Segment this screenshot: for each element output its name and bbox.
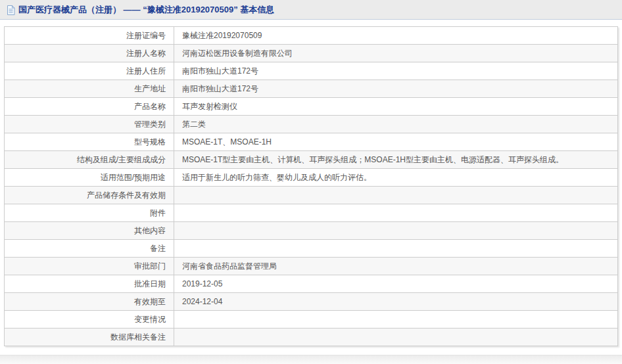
field-label: 注册证编号	[5, 27, 174, 45]
field-label: 变更情况	[5, 311, 174, 329]
field-label: 注册人住所	[5, 62, 174, 80]
field-value: 2024-12-04	[174, 293, 618, 311]
field-value: 河南迈松医用设备制造有限公司	[174, 45, 618, 62]
table-row: 数据库相关备注	[5, 329, 618, 346]
field-label: 产品储存条件及有效期	[5, 187, 174, 204]
field-value: 南阳市独山大道172号	[174, 80, 618, 98]
table-row: 审批部门 河南省食品药品监督管理局	[5, 258, 618, 275]
field-label: 生产地址	[5, 80, 174, 98]
field-value: 豫械注准20192070509	[174, 27, 618, 45]
field-label: 结构及组成/主要组成成分	[5, 151, 174, 169]
field-value: 耳声发射检测仪	[174, 98, 618, 116]
table-row: 其他内容	[5, 222, 618, 240]
field-label: 附件	[5, 204, 174, 222]
table-row: 产品储存条件及有效期	[5, 187, 618, 204]
table-row: 附件	[5, 204, 618, 222]
registration-info-table: 注册证编号 豫械注准20192070509 注册人名称 河南迈松医用设备制造有限…	[4, 26, 618, 346]
table-row: 备注	[5, 240, 618, 258]
document-icon	[7, 5, 15, 15]
page-header: 国产医疗器械产品（注册） —— “豫械注准20192070509” 基本信息	[0, 0, 622, 20]
table-row: 结构及组成/主要组成成分 MSOAE-1T型主要由主机、计算机、耳声探头组成；M…	[5, 151, 618, 169]
field-value	[174, 240, 618, 258]
field-label: 备注	[5, 240, 174, 258]
table-row: 生产地址 南阳市独山大道172号	[5, 80, 618, 98]
field-value: 河南省食品药品监督管理局	[174, 258, 618, 275]
field-value: 南阳市独山大道172号	[174, 62, 618, 80]
table-row: 有效期至 2024-12-04	[5, 293, 618, 311]
table-row: 产品名称 耳声发射检测仪	[5, 98, 618, 116]
field-label: 注册人名称	[5, 45, 174, 62]
field-label: 适用范围/预期用途	[5, 169, 174, 187]
field-value	[174, 187, 618, 204]
table-row: 注册人住所 南阳市独山大道172号	[5, 62, 618, 80]
table-row: 批准日期 2019-12-05	[5, 275, 618, 293]
field-label: 其他内容	[5, 222, 174, 240]
field-value: 适用于新生儿的听力筛查、婴幼儿及成人的听力评估。	[174, 169, 618, 187]
field-value	[174, 311, 618, 329]
field-label: 型号规格	[5, 133, 174, 151]
field-value: MSOAE-1T型主要由主机、计算机、耳声探头组成；MSOAE-1H型主要由主机…	[174, 151, 618, 169]
table-row: 管理类别 第二类	[5, 116, 618, 133]
table-row: 适用范围/预期用途 适用于新生儿的听力筛查、婴幼儿及成人的听力评估。	[5, 169, 618, 187]
table-row: 注册人名称 河南迈松医用设备制造有限公司	[5, 45, 618, 62]
field-label: 审批部门	[5, 258, 174, 275]
table-row: 型号规格 MSOAE-1T、MSOAE-1H	[5, 133, 618, 151]
field-label: 有效期至	[5, 293, 174, 311]
field-label: 产品名称	[5, 98, 174, 116]
field-value: 第二类	[174, 116, 618, 133]
table-row: 注册证编号 豫械注准20192070509	[5, 27, 618, 45]
field-label: 管理类别	[5, 116, 174, 133]
field-label: 数据库相关备注	[5, 329, 174, 346]
field-value	[174, 222, 618, 240]
field-value: 2019-12-05	[174, 275, 618, 293]
table-row: 变更情况	[5, 311, 618, 329]
field-value	[174, 329, 618, 346]
page-title: 国产医疗器械产品（注册） —— “豫械注准20192070509” 基本信息	[18, 4, 274, 16]
field-value	[174, 204, 618, 222]
page-footer	[0, 355, 622, 364]
field-value: MSOAE-1T、MSOAE-1H	[174, 133, 618, 151]
field-label: 批准日期	[5, 275, 174, 293]
